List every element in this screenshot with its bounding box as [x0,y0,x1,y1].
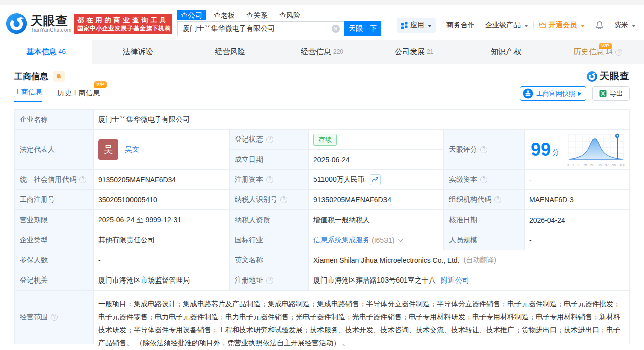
industry-code: (I6531) [372,236,394,244]
search-tab-boss[interactable]: 查老板 [210,10,238,20]
subscribe-bell-button[interactable] [53,71,65,82]
business-term-label: 营业期限 [15,210,94,230]
help-icon[interactable]: ? [615,49,622,56]
paid-capital-value: - [525,170,630,190]
help-icon[interactable]: ? [79,176,86,183]
avatar[interactable]: 吴 [98,139,118,160]
help-icon[interactable]: ? [266,176,273,183]
user-menu[interactable]: 费米 [614,21,636,30]
approval-date-label: 核准日期 [444,210,525,230]
label-text: 组织机构代码 [449,195,491,204]
subtab-history-business-info[interactable]: VIP 历史工商信息 [57,89,100,102]
table-row: 经营范围 ? 一般项目：集成电路设计；集成电路芯片及产品制造；集成电路制造；集成… [15,291,630,344]
snapshot-label: 工商官网快照 [536,89,575,98]
tab-operating-risk[interactable]: 经营风险 [184,40,276,64]
credit-code-value: 91350205MAENAF6D34 [94,170,230,190]
slogan-line2: 国家中小企业发展子基金旗下机构 [77,24,169,33]
tab-basic-info[interactable]: 基本信息 46 [0,40,92,64]
tab-label: 经营信息 [301,47,331,57]
chevron-down-icon [632,25,636,27]
help-icon[interactable]: ? [480,176,487,183]
establish-date-label: 成立日期 [230,150,309,170]
tab-company-development[interactable]: 公司发展 21 [368,40,460,64]
org-code-value: MAENAF6D-3 [525,190,630,210]
section-title: 工商信息 [14,71,48,82]
enterprise-product-label: 企业级产品 [485,21,521,30]
establish-date-value: 2025-06-24 [309,150,444,170]
chevron-down-icon[interactable] [398,237,403,242]
tab-history-info[interactable]: VIP 历史信息 14 ? [552,40,644,64]
insured-label: 参保人数 [15,250,94,270]
notification-bell[interactable] [595,21,604,30]
clear-search-icon[interactable] [332,25,340,33]
search-input[interactable] [178,25,344,33]
tab-intellectual-property[interactable]: 知识产权 [460,40,552,64]
capital-chart-icon[interactable] [370,174,381,185]
excel-icon [599,90,607,97]
search-input-wrap [177,21,344,36]
search-button[interactable]: 天眼一下 [344,21,381,36]
search-tab-company[interactable]: 查公司 [177,10,206,20]
company-type-value: 其他有限责任公司 [94,230,230,250]
legal-rep-value: 吴 吴文 [94,130,230,170]
apps-menu[interactable]: 应用 [397,18,436,33]
export-button[interactable]: 导出 [592,86,630,101]
business-coop-link[interactable]: 商务合作 [446,21,475,30]
divider [609,22,609,29]
apps-label: 应用 [410,21,424,30]
arrow-right-icon [578,92,581,96]
stamp-icon [523,88,533,99]
reg-status-value: 存续 [309,130,444,150]
reg-number-label: 工商注册号 [15,190,94,210]
label-text: 经营范围 [20,313,48,322]
chevron-down-icon [581,25,585,27]
table-row: 营业期限 2025-06-24 至 9999-12-31 纳税人资质 增值税一般… [15,210,630,230]
taxpayer-quality-value: 增值税一般纳税人 [309,210,444,230]
help-icon[interactable]: ? [494,196,501,203]
help-icon[interactable]: ? [51,314,58,321]
company-name-value: 厦门士兰集华微电子有限公司 [94,110,630,130]
business-term-value: 2025-06-24 至 9999-12-31 [94,210,230,230]
legal-rep-link[interactable]: 吴文 [125,145,139,154]
help-icon[interactable]: ? [480,146,487,153]
org-code-label: 组织机构代码 ? [444,190,525,210]
tab-label: 公司发展 [395,47,425,57]
vip-upgrade-menu[interactable]: 开通会员 [539,21,585,30]
staff-size-value: - [525,230,630,250]
score-number: 99 [531,141,551,159]
industry-link[interactable]: 信息系统集成服务 [313,236,370,245]
table-row: 统一社会信用代码 ? 91350205MAENAF6D34 注册资本 ? 511… [15,170,630,190]
vip-upgrade-label: 开通会员 [549,21,577,30]
company-name-label: 企业名称 [15,110,94,130]
brand-slogan-banner: 都在用的商业查询工具 国家中小企业发展子基金旗下机构 [74,14,172,34]
english-name-value: Xiamen Shilan Jihua Microelectronics Co.… [309,250,630,270]
tab-operating-info[interactable]: 经营信息 220 [276,40,368,64]
official-snapshot-button[interactable]: 工商官网快照 [520,86,586,101]
chevron-down-icon [524,25,528,27]
help-icon[interactable]: ? [266,136,273,143]
taxpayer-quality-label: 纳税人资质 [230,210,309,230]
english-name-text: Xiamen Shilan Jihua Microelectronics Co.… [313,256,459,264]
table-row: 登记机关 厦门市海沧区市场监督管理局 注册地址 ? 厦门市海沧区雍厝路103号6… [15,270,630,291]
tianyancha-logo[interactable]: 天眼查 TianYanCha.com [5,12,71,35]
label-text: 注册资本 [235,175,263,184]
taxpayer-id-value: 91350205MAENAF6D34 [309,190,444,210]
label-text: 统一社会信用代码 [20,175,76,184]
search-tab-risk[interactable]: 查风险 [276,10,304,20]
nearby-companies-link[interactable]: 附近公司 [441,276,469,285]
business-scope-label: 经营范围 ? [15,291,94,344]
staff-size-label: 人员规模 [444,230,525,250]
help-icon[interactable]: ? [280,196,287,203]
bell-icon [56,73,62,80]
score-axis-ticks: 0131550859799100 [566,163,626,167]
enterprise-product-menu[interactable]: 企业级产品 [485,21,528,30]
help-icon[interactable]: ? [266,277,273,284]
tab-legal-proceedings[interactable]: 法律诉讼 [92,40,184,64]
score-label: 天眼评分 ? [444,130,525,170]
label-text: 注册地址 [235,276,263,285]
reg-address-label: 注册地址 ? [230,270,309,291]
subtab-business-info[interactable]: 工商信息 [14,88,42,102]
reg-capital-value: 511000万人民币 [309,170,444,190]
search-tab-relation[interactable]: 查关系 [243,10,271,20]
status-badge: 存续 [313,134,337,146]
